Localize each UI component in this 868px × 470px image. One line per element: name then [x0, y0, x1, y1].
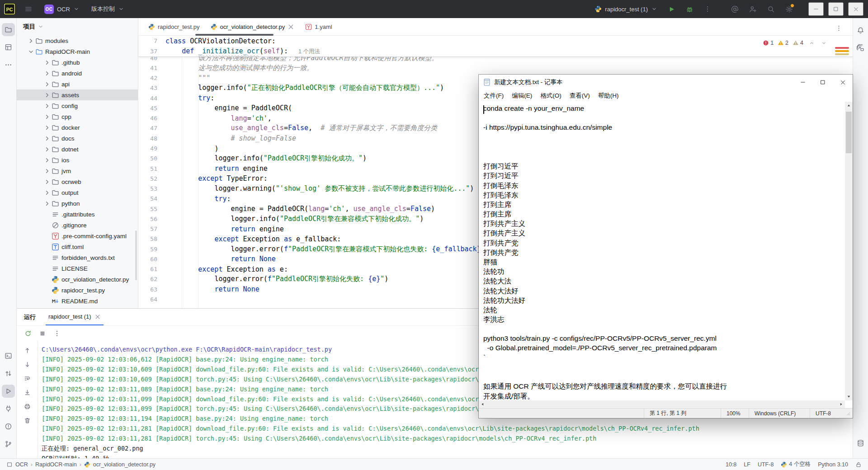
console-scroll-end-button[interactable]: [21, 386, 33, 398]
code-with-me-button[interactable]: [728, 2, 741, 16]
tree-item-.gitattributes[interactable]: .gitattributes: [17, 209, 138, 220]
tree-item-forbidden_words.txt[interactable]: forbidden_words.txt: [17, 252, 138, 263]
chevron-right-icon[interactable]: [27, 37, 35, 45]
tree-item-modules[interactable]: modules: [17, 35, 138, 46]
caret-position-widget[interactable]: 10:8: [726, 461, 736, 468]
console-more-button[interactable]: [51, 328, 63, 339]
chevron-right-icon[interactable]: [43, 178, 51, 186]
notepad-text-area[interactable]: conda create -n your_env_name -i https:/…: [479, 102, 853, 400]
notepad-menu-格[interactable]: 格式(O): [536, 90, 566, 102]
tree-item-cliff.toml[interactable]: cliff.toml: [17, 241, 138, 252]
chevron-down-icon[interactable]: [27, 48, 35, 56]
tree-item-.github[interactable]: .github: [17, 57, 138, 68]
tool-stripe-notifications-button[interactable]: [854, 24, 867, 37]
indent-widget[interactable]: 4 个空格: [781, 461, 811, 468]
notepad-vertical-scrollbar[interactable]: [845, 102, 853, 400]
run-configuration-widget[interactable]: rapidocr_test (1): [592, 2, 660, 16]
stop-button[interactable]: [37, 328, 48, 339]
notepad-menu-查[interactable]: 查看(V): [566, 90, 594, 102]
chevron-right-icon[interactable]: [43, 124, 51, 132]
tree-item-ios[interactable]: ios: [17, 155, 138, 165]
console-arrow-up-button[interactable]: [21, 344, 33, 356]
scrollbar-thumb[interactable]: [846, 112, 852, 153]
chevron-right-icon[interactable]: [43, 91, 51, 99]
resize-grip-icon[interactable]: [846, 412, 852, 417]
vcs-widget[interactable]: 版本控制: [89, 2, 127, 16]
tool-stripe-more-horizontal-button[interactable]: [2, 58, 15, 71]
code-line[interactable]: 40 该方法不再强制指定本地模型；允许PaddleOCR自动下载和使用官方默认模…: [138, 57, 853, 63]
tree-item-docs[interactable]: docs: [17, 133, 138, 144]
tab-options-button[interactable]: [832, 21, 845, 35]
chevron-right-icon[interactable]: [43, 102, 51, 110]
tool-stripe-services-button[interactable]: [2, 402, 15, 415]
tree-item-LICENSE[interactable]: LICENSE: [17, 263, 138, 274]
notepad-horizontal-scrollbar[interactable]: [479, 400, 845, 408]
next-problem-button[interactable]: [820, 39, 828, 47]
debug-button[interactable]: [683, 2, 696, 16]
scroll-down-arrow[interactable]: [845, 393, 853, 400]
breadcrumb-item[interactable]: RapidOCR-main: [35, 461, 77, 468]
chevron-right-icon[interactable]: [43, 80, 51, 88]
add-user-button[interactable]: [746, 2, 760, 16]
editor-tab-ocr_violation_detector.py[interactable]: ocr_violation_detector.py: [205, 18, 300, 35]
tool-stripe-database-button[interactable]: [854, 437, 867, 450]
tool-stripe-branch-button[interactable]: [2, 437, 15, 451]
tree-item-output[interactable]: output: [17, 187, 138, 198]
code-line[interactable]: 7class OCRViolationDetector:: [138, 36, 853, 46]
interpreter-widget[interactable]: Python 3.10: [818, 461, 848, 468]
notepad-menu-帮[interactable]: 帮助(H): [594, 90, 623, 102]
tree-item-RapidOCR-main[interactable]: RapidOCR-main: [17, 46, 138, 57]
chevron-right-icon[interactable]: [43, 200, 51, 207]
chevron-right-icon[interactable]: [43, 167, 51, 175]
tree-item-ocr_violation_detector.py[interactable]: ocr_violation_detector.py: [17, 274, 138, 285]
project-tree-scrollbar[interactable]: [135, 230, 137, 280]
chevron-right-icon[interactable]: [43, 156, 51, 164]
chevron-right-icon[interactable]: [43, 113, 51, 121]
tree-item-jvm[interactable]: jvm: [17, 165, 138, 176]
code-line[interactable]: 37 def _initialize_ocr(self): 1 个用法: [138, 46, 853, 56]
warning-stripe-mark[interactable]: [835, 50, 849, 52]
scroll-right-arrow[interactable]: [837, 400, 845, 408]
console-soft-wrap-button[interactable]: [21, 372, 33, 384]
more-run-options-button[interactable]: [701, 2, 714, 16]
breadcrumb-item[interactable]: OCR: [15, 461, 28, 468]
settings-button[interactable]: [782, 2, 796, 16]
tree-item-ocrweb[interactable]: ocrweb: [17, 176, 138, 187]
window-maximize-button[interactable]: [828, 2, 844, 16]
previous-problem-button[interactable]: [807, 39, 816, 47]
tree-item-config[interactable]: config: [17, 100, 138, 111]
tree-item-docker[interactable]: docker: [17, 122, 138, 133]
tool-stripe-ai-assistant-button[interactable]: [854, 42, 867, 55]
console-trash-button[interactable]: [21, 414, 33, 426]
chevron-right-icon[interactable]: [43, 135, 51, 142]
tool-stripe-run-button[interactable]: [2, 385, 15, 398]
tree-item-rapidocr_test.py[interactable]: rapidocr_test.py: [17, 285, 138, 296]
error-stripe-mark[interactable]: [835, 47, 849, 49]
run-tab[interactable]: rapidocr_test (1): [46, 309, 104, 325]
code-line[interactable]: 41 这与您成功的测试脚本中的行为一致。: [138, 63, 853, 73]
inspections-widget[interactable]: 1 2 4: [763, 39, 828, 47]
chevron-right-icon[interactable]: [43, 189, 51, 197]
rerun-button[interactable]: [22, 328, 34, 339]
close-icon[interactable]: [288, 24, 294, 30]
line-ending-widget[interactable]: LF: [744, 461, 750, 468]
close-icon[interactable]: [94, 314, 101, 320]
tree-item-dotnet[interactable]: dotnet: [17, 144, 138, 155]
breadcrumb-item[interactable]: ocr_violation_detector.py: [93, 461, 156, 468]
tree-item-.pre-commit-config.yaml[interactable]: .pre-commit-config.yaml: [17, 230, 138, 241]
tree-item-assets[interactable]: assets: [17, 89, 138, 100]
lock-widget[interactable]: [855, 461, 862, 468]
tool-stripe-structure-button[interactable]: [2, 41, 15, 54]
notepad-close-button[interactable]: [833, 75, 853, 90]
console-printer-button[interactable]: [21, 400, 33, 412]
tree-item-cpp[interactable]: cpp: [17, 111, 138, 122]
tool-stripe-terminal-button[interactable]: [2, 349, 15, 362]
tree-item-README.md[interactable]: README.md: [17, 296, 138, 306]
tree-item-python[interactable]: python: [17, 198, 138, 209]
notepad-maximize-button[interactable]: [813, 75, 833, 90]
encoding-widget[interactable]: UTF-8: [758, 461, 774, 468]
run-button[interactable]: [665, 2, 678, 16]
console-arrow-down-button[interactable]: [21, 358, 33, 370]
tool-stripe-commit-button[interactable]: [2, 367, 15, 380]
search-everywhere-button[interactable]: [764, 2, 778, 16]
